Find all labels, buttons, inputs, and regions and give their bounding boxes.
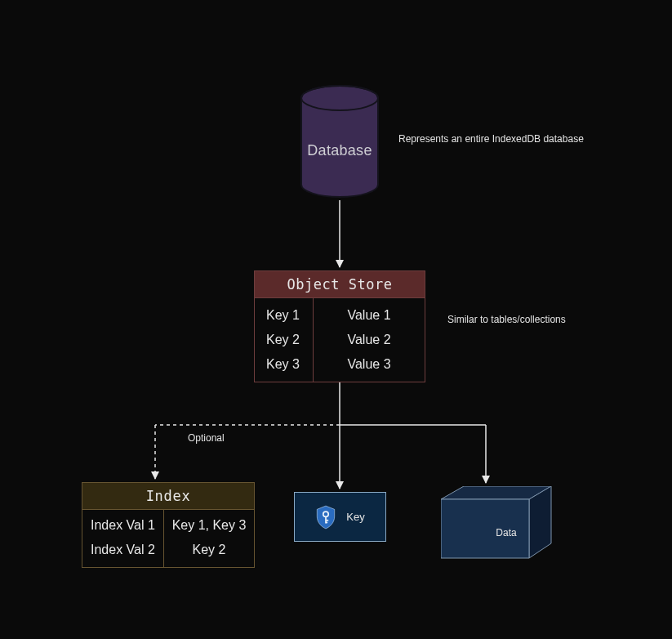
object-store-key: Key 2: [266, 328, 313, 352]
database-node: Database: [299, 85, 381, 198]
database-description: Represents an entire IndexedDB database: [398, 133, 584, 145]
key-node: Key: [294, 492, 386, 542]
index-value: Key 2: [164, 538, 254, 562]
svg-marker-14: [529, 486, 551, 558]
object-store-key: Key 1: [266, 303, 313, 328]
object-store-key: Key 3: [266, 352, 313, 377]
cuboid-icon: [441, 486, 555, 564]
object-store-title: Object Store: [255, 271, 425, 298]
diagram-canvas: Database Represents an entire IndexedDB …: [0, 0, 672, 639]
object-store-description: Similar to tables/collections: [447, 314, 566, 325]
index-key: Index Val 1: [91, 513, 163, 538]
index-key: Index Val 2: [91, 538, 163, 562]
data-node: Data: [441, 486, 555, 564]
index-value: Key 1, Key 3: [164, 513, 254, 538]
database-title: Database: [299, 142, 381, 159]
object-store-value: Value 2: [314, 328, 425, 352]
object-store-node: Object Store Key 1 Key 2 Key 3 Value 1 V…: [254, 270, 425, 382]
data-label: Data: [465, 527, 547, 538]
index-title: Index: [82, 483, 254, 510]
shield-key-icon: [315, 505, 336, 530]
cylinder-icon: [299, 85, 381, 198]
object-store-value: Value 3: [314, 352, 425, 377]
object-store-value: Value 1: [314, 303, 425, 328]
index-node: Index Index Val 1 Index Val 2 Key 1, Key…: [82, 482, 255, 568]
key-label: Key: [346, 511, 364, 523]
optional-edge-label: Optional: [188, 432, 225, 444]
